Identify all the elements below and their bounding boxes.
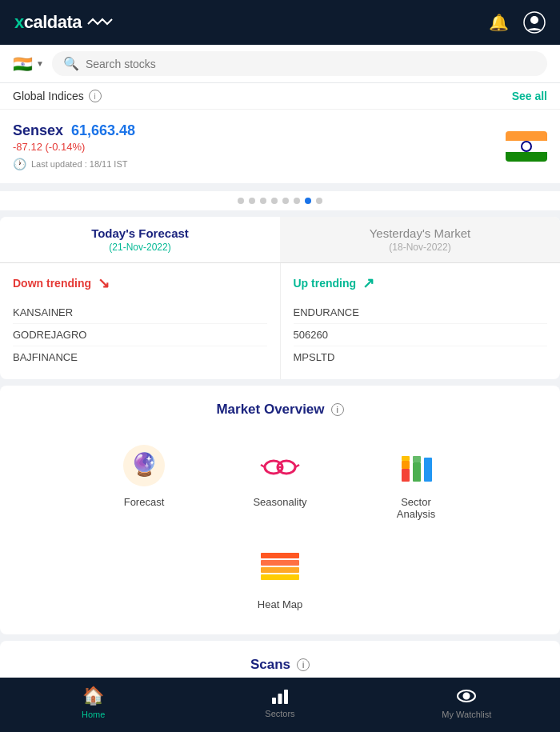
flag-emoji: 🇮🇳 — [13, 54, 33, 74]
svg-rect-10 — [402, 461, 410, 469]
search-bar: 🇮🇳 ▼ 🔍 — [0, 45, 560, 83]
svg-rect-46 — [278, 694, 282, 704]
search-icon: 🔍 — [63, 56, 79, 71]
nav-sectors-label: Sectors — [265, 709, 294, 718]
heatmap-icon-wrap — [256, 544, 304, 592]
logo-x: x — [14, 12, 24, 33]
sectors-icon — [270, 686, 290, 706]
market-overview-grid: 🔮 Forecast Seasonality — [13, 434, 547, 618]
watchlist-eye-icon — [456, 686, 477, 706]
logo-name: caldata — [24, 12, 82, 33]
forecast-content: Down trending ↘ KANSAINER GODREJAGRO BAJ… — [0, 263, 560, 379]
svg-rect-12 — [413, 462, 421, 482]
clock-icon: 🕐 — [13, 158, 26, 170]
carousel-dots — [0, 191, 560, 210]
up-stock-1: ENDURANCE — [294, 302, 548, 324]
dot-7[interactable] — [305, 198, 311, 204]
tab-today-forecast[interactable]: Today's Forecast (21-Nov-2022) — [0, 217, 280, 262]
market-item-sector-analysis[interactable]: SectorAnalysis — [352, 434, 480, 528]
forecast-tabs: Today's Forecast (21-Nov-2022) Yesterday… — [0, 217, 560, 262]
up-trend-arrow-icon: ↗ — [362, 274, 374, 292]
global-indices-bar: Global Indices i See all — [0, 83, 560, 110]
global-indices-label: Global Indices i — [13, 90, 102, 102]
scans-title: Scans i — [13, 657, 547, 673]
tab-yesterday-title: Yesterday's Market — [288, 226, 552, 240]
india-flag — [506, 131, 547, 162]
scans-text: Scans — [250, 657, 290, 673]
tab-today-date: (21-Nov-2022) — [8, 242, 272, 253]
index-name: Sensex — [13, 122, 63, 139]
svg-point-1 — [530, 16, 538, 24]
nav-home-label: Home — [82, 710, 105, 719]
tab-yesterday-market[interactable]: Yesterday's Market (18-Nov-2022) — [280, 217, 560, 262]
sector-analysis-icon — [394, 443, 438, 488]
ashoka-chakra — [521, 141, 532, 152]
global-indices-text: Global Indices — [13, 90, 84, 102]
svg-rect-17 — [261, 567, 299, 573]
see-all-link[interactable]: See all — [512, 90, 547, 102]
dot-5[interactable] — [282, 198, 289, 204]
seasonality-icon-wrap — [256, 442, 304, 490]
dot-3[interactable] — [260, 198, 266, 204]
up-stock-2: 506260 — [294, 324, 548, 346]
sector-analysis-icon-wrap — [392, 442, 440, 490]
forecast-icon-wrap: 🔮 — [120, 442, 168, 490]
country-flag-dropdown[interactable]: 🇮🇳 ▼ — [13, 54, 44, 74]
svg-rect-45 — [272, 698, 276, 704]
down-stock-2: GODREJAGRO — [13, 324, 267, 346]
svg-text:🔮: 🔮 — [130, 451, 158, 478]
search-input-wrapper: 🔍 — [52, 51, 547, 76]
dot-4[interactable] — [271, 198, 278, 204]
index-card-sensex: Sensex 61,663.48 -87.12 (-0.14%) 🕐 Last … — [0, 110, 560, 183]
main-content: Sensex 61,663.48 -87.12 (-0.14%) 🕐 Last … — [0, 110, 560, 732]
bottom-nav: 🏠 Home Sectors My Watchlist — [0, 678, 560, 732]
scans-info-icon[interactable]: i — [297, 658, 310, 671]
logo-path-icon — [86, 16, 114, 29]
forecast-icon: 🔮 — [122, 443, 166, 488]
svg-point-49 — [464, 694, 470, 699]
up-trend-col: Up trending ↗ ENDURANCE 506260 MPSLTD — [281, 263, 561, 379]
dot-2[interactable] — [249, 198, 255, 204]
forecast-section: Today's Forecast (21-Nov-2022) Yesterday… — [0, 217, 560, 379]
svg-rect-18 — [261, 574, 299, 580]
svg-rect-15 — [261, 553, 299, 558]
up-trend-text: Up trending — [294, 277, 357, 290]
up-trend-label: Up trending ↗ — [294, 274, 548, 292]
app-logo: x caldata — [14, 12, 114, 33]
svg-rect-9 — [402, 469, 410, 482]
dot-1[interactable] — [238, 198, 244, 204]
nav-item-sectors[interactable]: Sectors — [248, 686, 312, 718]
market-item-forecast[interactable]: 🔮 Forecast — [80, 434, 208, 528]
down-trend-text: Down trending — [13, 277, 91, 290]
market-overview-title: Market Overview i — [13, 402, 547, 418]
down-stock-3: BAJFINANCE — [13, 346, 267, 368]
search-input[interactable] — [86, 58, 536, 70]
nav-item-home[interactable]: 🏠 Home — [62, 686, 126, 719]
svg-rect-14 — [424, 458, 432, 482]
dropdown-arrow-icon: ▼ — [36, 59, 44, 68]
dot-6[interactable] — [294, 198, 300, 204]
global-indices-info-icon[interactable]: i — [89, 90, 102, 102]
seasonality-icon — [258, 443, 302, 488]
market-forecast-label: Forecast — [124, 496, 165, 508]
flag-orange-stripe — [506, 131, 547, 141]
home-icon: 🏠 — [82, 686, 104, 706]
index-update: 🕐 Last updated : 18/11 IST — [13, 158, 135, 170]
notification-icon[interactable]: 🔔 — [489, 13, 509, 32]
svg-rect-16 — [261, 560, 299, 566]
svg-rect-13 — [413, 456, 421, 462]
user-profile-icon[interactable] — [523, 11, 546, 34]
index-value: 61,663.48 — [71, 122, 135, 139]
market-heatmap-label: Heat Map — [258, 598, 302, 610]
down-stock-1: KANSAINER — [13, 302, 267, 324]
down-trend-col: Down trending ↘ KANSAINER GODREJAGRO BAJ… — [0, 263, 281, 379]
index-name-value: Sensex 61,663.48 — [13, 122, 135, 139]
tab-yesterday-date: (18-Nov-2022) — [288, 242, 552, 253]
market-item-heat-map[interactable]: Heat Map — [216, 536, 344, 618]
nav-watchlist-label: My Watchlist — [442, 710, 491, 719]
heatmap-icon — [258, 550, 302, 586]
market-item-seasonality[interactable]: Seasonality — [216, 434, 344, 528]
market-overview-info-icon[interactable]: i — [331, 403, 344, 416]
nav-item-watchlist[interactable]: My Watchlist — [434, 686, 498, 719]
dot-8[interactable] — [316, 198, 322, 204]
